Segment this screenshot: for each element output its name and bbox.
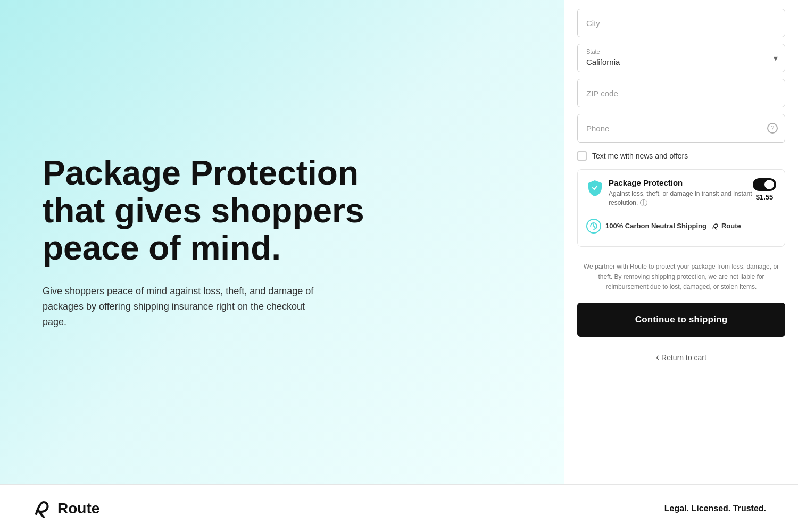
legal-text: Legal. Licensed. Trusted. bbox=[664, 504, 766, 513]
carbon-text: 100% Carbon Neutral Shipping bbox=[605, 222, 706, 230]
state-value: California bbox=[586, 57, 620, 66]
phone-wrapper: ? bbox=[577, 114, 785, 143]
phone-help-icon[interactable]: ? bbox=[767, 123, 778, 134]
protection-toggle[interactable] bbox=[753, 178, 776, 191]
route-logo-icon bbox=[32, 499, 51, 518]
newsletter-checkbox[interactable] bbox=[577, 151, 587, 161]
state-select-wrapper: State California ▾ bbox=[577, 44, 785, 72]
city-input[interactable] bbox=[577, 9, 785, 37]
protection-info-icon[interactable]: i bbox=[640, 199, 647, 206]
route-logo-text: Route bbox=[57, 500, 99, 517]
protection-card: Package Protection Against loss, theft, … bbox=[577, 169, 785, 247]
disclaimer-text: We partner with Route to protect your pa… bbox=[577, 257, 785, 297]
carbon-neutral-row: 100% Carbon Neutral Shipping Route bbox=[586, 214, 776, 238]
return-to-cart-link[interactable]: ‹ Return to cart bbox=[577, 343, 785, 367]
route-logo: Route bbox=[32, 499, 99, 518]
subtext: Give shoppers peace of mind against loss… bbox=[43, 284, 330, 329]
route-inline-logo: Route bbox=[711, 222, 741, 230]
protection-shield-icon bbox=[586, 179, 603, 196]
continue-to-shipping-button[interactable]: Continue to shipping bbox=[577, 303, 785, 337]
chevron-left-icon: ‹ bbox=[656, 352, 659, 363]
toggle-wrapper: $1.55 bbox=[753, 178, 776, 201]
route-small-icon bbox=[711, 222, 719, 230]
left-panel: Package Protection that gives shoppers p… bbox=[0, 0, 564, 484]
headline: Package Protection that gives shoppers p… bbox=[43, 154, 521, 267]
phone-input[interactable] bbox=[577, 114, 785, 143]
zip-input[interactable] bbox=[577, 79, 785, 107]
checkbox-row: Text me with news and offers bbox=[577, 149, 785, 163]
right-panel: State California ▾ ? Text me with news a… bbox=[564, 0, 798, 484]
carbon-icon bbox=[586, 219, 601, 234]
toggle-price: $1.55 bbox=[756, 193, 774, 201]
state-select-box: State California bbox=[577, 44, 785, 72]
state-label: State bbox=[586, 48, 600, 55]
footer: Route Legal. Licensed. Trusted. bbox=[0, 484, 798, 532]
protection-desc: Against loss, theft, or damage in transi… bbox=[609, 189, 753, 207]
protection-title: Package Protection bbox=[609, 178, 753, 187]
checkbox-label: Text me with news and offers bbox=[592, 152, 688, 160]
return-label: Return to cart bbox=[661, 353, 706, 362]
